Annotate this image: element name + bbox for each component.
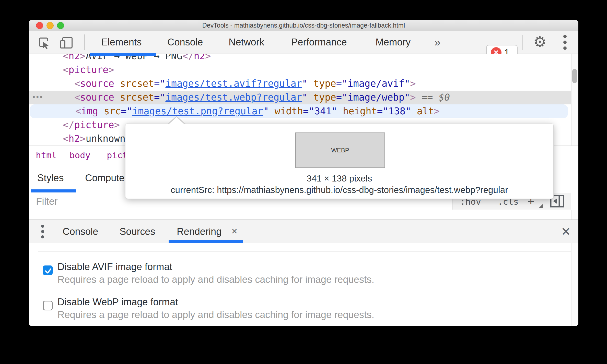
drawer-tab-console[interactable]: Console bbox=[63, 220, 98, 243]
disable-avif-checkbox[interactable] bbox=[43, 265, 53, 275]
drawer-tab-bar: Console Sources Rendering × ✕ bbox=[29, 220, 578, 244]
tab-computed[interactable]: Computed bbox=[85, 172, 130, 184]
disable-webp-label[interactable]: Disable WebP image format bbox=[57, 297, 178, 308]
devtools-toolbar: Elements Console Network Performance Mem… bbox=[29, 31, 578, 54]
disable-webp-checkbox[interactable] bbox=[43, 301, 53, 310]
rendering-tab-underline bbox=[169, 240, 243, 243]
dom-node-source-avif[interactable]: <source srcset="images/test.avif?regular… bbox=[29, 77, 578, 91]
devtools-window: DevTools - mathiasbynens.github.io/css-d… bbox=[29, 20, 578, 326]
drawer-tab-sources[interactable]: Sources bbox=[120, 220, 155, 243]
drawer-menu-icon[interactable] bbox=[41, 220, 44, 243]
close-icon[interactable]: ✕ bbox=[558, 224, 574, 239]
image-dimensions: 341 × 138 pixels bbox=[125, 173, 553, 184]
tab-network[interactable]: Network bbox=[229, 31, 264, 54]
gear-icon[interactable]: ⚙ bbox=[530, 31, 550, 54]
disable-webp-description: Requires a page reload to apply and disa… bbox=[57, 309, 374, 320]
tab-console[interactable]: Console bbox=[167, 31, 203, 54]
tab-memory[interactable]: Memory bbox=[376, 31, 411, 54]
tab-elements[interactable]: Elements bbox=[101, 31, 142, 54]
rendering-panel: Disable AVIF image format Requires a pag… bbox=[29, 243, 578, 326]
toolbar-separator-2 bbox=[522, 35, 523, 50]
image-current-src: currentSrc: https://mathiasbynens.github… bbox=[125, 185, 553, 195]
tab-styles[interactable]: Styles bbox=[37, 172, 64, 184]
tab-performance[interactable]: Performance bbox=[291, 31, 347, 54]
dom-node-picture-open[interactable]: <picture> bbox=[29, 63, 578, 77]
disable-avif-label[interactable]: Disable AVIF image format bbox=[57, 261, 172, 272]
image-preview-thumbnail: WEBP bbox=[295, 132, 385, 168]
new-rule-caret-icon bbox=[539, 204, 543, 208]
image-preview-tooltip: WEBP 341 × 138 pixels currentSrc: https:… bbox=[125, 123, 554, 199]
section-divider bbox=[38, 251, 571, 252]
toolbar-separator bbox=[84, 34, 85, 50]
kebab-menu-icon[interactable] bbox=[560, 31, 570, 54]
inspect-icon[interactable] bbox=[38, 37, 50, 49]
disable-avif-description: Requires a page reload to apply and disa… bbox=[57, 274, 374, 285]
styles-tab-underline bbox=[31, 189, 76, 192]
title-bar: DevTools - mathiasbynens.github.io/css-d… bbox=[29, 20, 578, 31]
dom-node-source-webp-selected[interactable]: <source srcset="images/test.webp?regular… bbox=[29, 91, 571, 104]
breadcrumb-html[interactable]: html bbox=[36, 146, 57, 165]
elements-scrollbar-thumb[interactable] bbox=[572, 69, 577, 83]
more-tabs-icon[interactable]: » bbox=[434, 31, 440, 54]
device-toolbar-icon[interactable] bbox=[59, 37, 73, 49]
dom-node-img-hovered[interactable]: <img src="images/test.png?regular" width… bbox=[30, 104, 568, 118]
node-overflow-menu-icon[interactable]: ••• bbox=[32, 91, 44, 104]
image-preview-label: WEBP bbox=[296, 133, 384, 167]
window-title: DevTools - mathiasbynens.github.io/css-d… bbox=[29, 22, 578, 29]
elements-tab-underline bbox=[90, 53, 156, 56]
rendering-scrollbar-track[interactable] bbox=[571, 243, 578, 326]
breadcrumb-body[interactable]: body bbox=[69, 146, 90, 165]
